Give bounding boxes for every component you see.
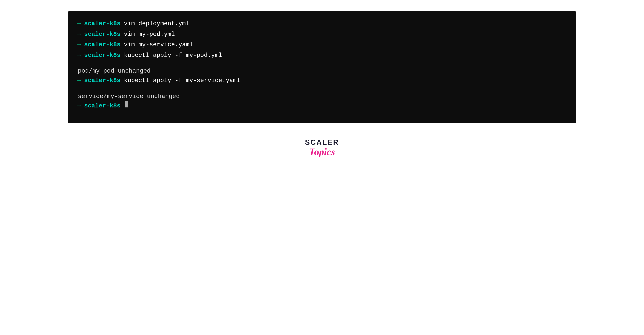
logo-section: SCALER Topics: [305, 138, 339, 169]
command-text-1: vim deployment.yml: [124, 19, 190, 28]
arrow-icon-3: →: [77, 40, 81, 50]
output-text-2: service/my-service unchanged: [78, 92, 180, 101]
prompt-host-5: scaler-k8s: [84, 76, 120, 85]
command-text-5: kubectl apply -f my-service.yaml: [124, 76, 240, 85]
prompt-host-6: scaler-k8s: [84, 101, 120, 111]
prompt-host-1: scaler-k8s: [84, 19, 120, 28]
command-text-3: vim my-service.yaml: [124, 40, 193, 50]
spacer-1: [77, 61, 567, 66]
output-text-1: pod/my-pod unchanged: [78, 66, 150, 76]
terminal-cursor: [125, 101, 128, 108]
terminal-line-4: → scaler-k8s kubectl apply -f my-pod.yml: [77, 50, 567, 60]
prompt-host-4: scaler-k8s: [84, 50, 120, 60]
arrow-icon-1: →: [77, 19, 81, 28]
arrow-icon-4: →: [77, 50, 81, 60]
spacer-2: [77, 86, 567, 92]
command-text-2: vim my-pod.yml: [124, 30, 175, 39]
logo-scaler-text: SCALER: [305, 138, 339, 146]
terminal-line-3: → scaler-k8s vim my-service.yaml: [77, 40, 567, 50]
terminal-window: → scaler-k8s vim deployment.yml → scaler…: [68, 11, 576, 123]
logo-topics-text: Topics: [309, 146, 335, 157]
prompt-host-2: scaler-k8s: [84, 30, 120, 39]
terminal-output-1: pod/my-pod unchanged: [77, 66, 567, 76]
terminal-line-1: → scaler-k8s vim deployment.yml: [77, 19, 567, 28]
terminal-line-2: → scaler-k8s vim my-pod.yml: [77, 30, 567, 39]
arrow-icon-6: →: [77, 101, 81, 111]
prompt-host-3: scaler-k8s: [84, 40, 120, 50]
terminal-line-5: → scaler-k8s kubectl apply -f my-service…: [77, 76, 567, 85]
arrow-icon-5: →: [77, 76, 81, 85]
terminal-prompt-line: → scaler-k8s: [77, 101, 567, 111]
arrow-icon-2: →: [77, 30, 81, 39]
command-text-4: kubectl apply -f my-pod.yml: [124, 50, 222, 60]
terminal-output-2: service/my-service unchanged: [77, 92, 567, 101]
